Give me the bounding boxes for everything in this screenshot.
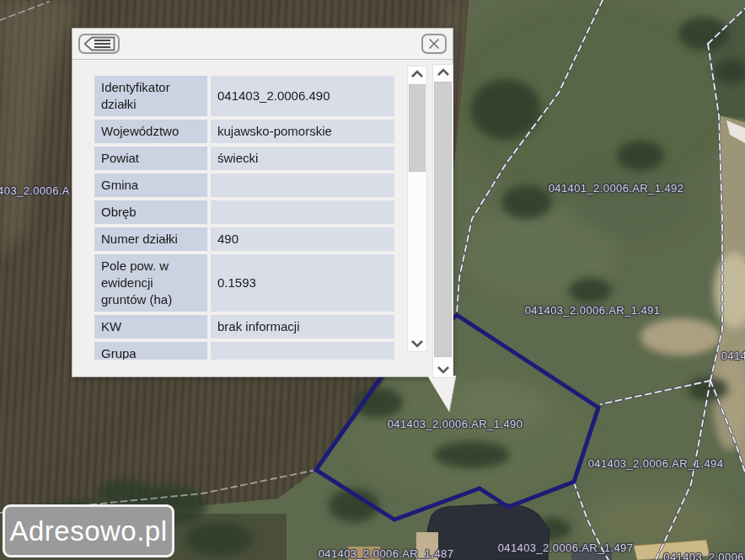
- table-scroll-down-button[interactable]: [408, 336, 426, 351]
- row-label: Grupa: [94, 342, 207, 360]
- attribute-table: Identyfikator działki041403_2.0006.490Wo…: [91, 72, 394, 360]
- row-value: brak informacji: [211, 315, 394, 339]
- close-icon: [426, 37, 442, 51]
- chevron-down-icon: [436, 365, 451, 374]
- table-scroll-up-button[interactable]: [408, 67, 426, 82]
- row-value: [211, 200, 394, 224]
- table-row: Pole pow. w ewidencji gruntów (ha)0.1593: [94, 254, 394, 312]
- row-value: 490: [211, 227, 394, 251]
- popup-scrollbar[interactable]: [432, 64, 453, 378]
- table-row: Numer działki490: [94, 227, 394, 251]
- popup-scrollbar-track[interactable]: [433, 80, 453, 362]
- watermark-text: Adresowo.pl: [9, 515, 167, 547]
- popup-scroll-down-button[interactable]: [433, 362, 453, 377]
- attribute-table-body: Identyfikator działki041403_2.0006.490Wo…: [94, 76, 394, 360]
- map-viewport[interactable]: 403_2.0006.A041401_2.0006.AR_1.492041403…: [0, 0, 745, 560]
- chevron-down-icon: [410, 339, 425, 348]
- table-scrollbar-track[interactable]: [408, 82, 426, 336]
- row-label: Obręb: [94, 200, 207, 224]
- table-row: KWbrak informacji: [94, 315, 394, 339]
- table-row: Gmina: [94, 173, 394, 197]
- adresowo-watermark: Adresowo.pl: [3, 504, 174, 557]
- popup-scroll-up-button[interactable]: [433, 65, 453, 80]
- parcel-info-popup: Identyfikator działki041403_2.0006.490Wo…: [72, 28, 453, 377]
- row-label: Identyfikator działki: [94, 76, 207, 116]
- attribute-table-container: Identyfikator działki041403_2.0006.490Wo…: [91, 72, 394, 360]
- table-row: Województwokujawsko-pomorskie: [94, 120, 394, 143]
- row-value: kujawsko-pomorskie: [211, 120, 394, 143]
- row-value: świecki: [211, 147, 394, 170]
- row-value: 0.1593: [211, 254, 394, 312]
- table-row: Identyfikator działki041403_2.0006.490: [94, 76, 394, 116]
- row-label: Województwo: [94, 120, 207, 143]
- table-row: Grupa: [94, 342, 394, 360]
- popup-toolbar: [72, 29, 453, 60]
- table-row: Powiatświecki: [94, 147, 394, 170]
- row-value: [211, 173, 394, 197]
- close-button[interactable]: [421, 34, 447, 54]
- row-label: KW: [94, 315, 207, 339]
- row-label: Numer działki: [94, 227, 207, 251]
- row-label: Powiat: [94, 147, 207, 170]
- chevron-up-icon: [436, 68, 451, 77]
- row-label: Pole pow. w ewidencji gruntów (ha): [94, 254, 207, 312]
- table-row: Obręb: [94, 200, 394, 224]
- row-value: 041403_2.0006.490: [211, 76, 394, 116]
- table-scrollbar[interactable]: [407, 66, 427, 352]
- back-to-list-button[interactable]: [78, 34, 120, 54]
- row-label: Gmina: [94, 173, 207, 197]
- row-value: [211, 342, 394, 360]
- list-back-icon: [83, 36, 115, 51]
- table-scrollbar-thumb[interactable]: [409, 84, 426, 172]
- chevron-up-icon: [410, 70, 425, 78]
- popup-scrollbar-thumb[interactable]: [434, 82, 452, 357]
